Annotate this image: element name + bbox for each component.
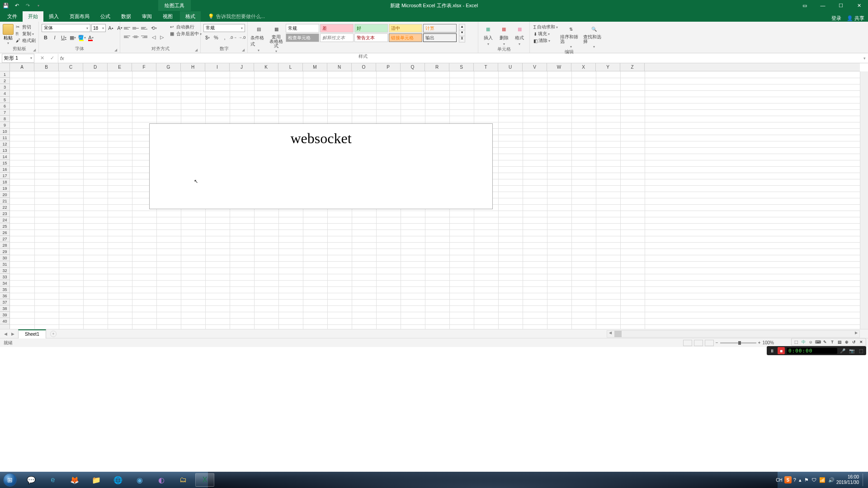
row-header[interactable]: 23 <box>0 211 9 217</box>
cancel-formula-button[interactable]: ✕ <box>37 54 47 63</box>
row-header[interactable]: 22 <box>0 204 9 211</box>
taskbar-app-excel[interactable]: X <box>195 473 214 487</box>
row-header[interactable]: 31 <box>0 261 9 267</box>
expand-formula-bar-button[interactable]: ▾ <box>861 56 868 61</box>
redo-icon[interactable]: ↷ <box>24 1 32 9</box>
column-header[interactable]: C <box>59 63 83 71</box>
column-header[interactable]: S <box>449 63 474 71</box>
row-header[interactable]: 30 <box>0 255 9 261</box>
tray-clock[interactable]: 16:00 2019/11/30 <box>836 474 861 485</box>
style-normal[interactable]: 常规 <box>286 24 319 33</box>
format-cells-button[interactable]: ▦格式▾ <box>512 24 527 46</box>
tab-review[interactable]: 审阅 <box>137 11 157 22</box>
column-header[interactable]: K <box>254 63 278 71</box>
row-header[interactable]: 2 <box>0 78 9 84</box>
cells-area[interactable]: websocket ↖ <box>10 71 860 329</box>
tab-format[interactable]: 格式 <box>180 11 201 22</box>
rec-tool-1[interactable]: ⬚ <box>793 339 799 345</box>
font-color-button[interactable]: A▾ <box>87 33 95 42</box>
taskbar-app-ie[interactable]: e <box>43 473 62 487</box>
row-header[interactable]: 38 <box>0 305 9 312</box>
autosum-button[interactable]: Σ自动求和▾ <box>533 24 559 30</box>
minimize-button[interactable]: — <box>814 0 832 11</box>
tab-file[interactable]: 文件 <box>2 11 23 22</box>
column-header[interactable]: N <box>327 63 352 71</box>
sheet-nav-prev[interactable]: ◀ <box>2 330 9 338</box>
taskbar-app-chrome[interactable]: 🌐 <box>108 473 127 487</box>
align-center-button[interactable] <box>132 33 140 41</box>
column-header[interactable]: E <box>108 63 132 71</box>
sort-filter-button[interactable]: ⇅排序和筛选▾ <box>560 24 582 49</box>
row-header[interactable]: 10 <box>0 128 9 135</box>
undo-icon[interactable]: ↶ <box>13 1 21 9</box>
tray-network-icon[interactable]: 📶 <box>819 477 826 483</box>
tab-view[interactable]: 视图 <box>157 11 178 22</box>
tab-home[interactable]: 开始 <box>23 11 43 22</box>
style-neutral[interactable]: 适中 <box>389 24 422 33</box>
row-header[interactable]: 16 <box>0 166 9 173</box>
tray-shield-icon[interactable]: 🛡 <box>811 477 816 483</box>
rec-tool-9[interactable]: ↺ <box>851 339 857 345</box>
style-explanatory[interactable]: 解释性文本 <box>320 33 354 42</box>
vertical-scrollbar[interactable] <box>860 71 868 329</box>
maximize-button[interactable]: ☐ <box>832 0 850 11</box>
rec-tool-8[interactable]: ⊕ <box>844 339 850 345</box>
row-header[interactable]: 34 <box>0 280 9 286</box>
row-header[interactable]: 6 <box>0 103 9 109</box>
style-bad[interactable]: 差 <box>320 24 354 33</box>
comma-style-button[interactable]: , <box>221 33 229 42</box>
row-header[interactable]: 7 <box>0 109 9 116</box>
column-header[interactable]: G <box>156 63 181 71</box>
row-header[interactable]: 21 <box>0 198 9 204</box>
horizontal-scrollbar[interactable]: ◀ ▶ <box>607 330 860 338</box>
close-button[interactable]: ✕ <box>850 0 868 11</box>
taskbar-app-firefox[interactable]: 🦊 <box>65 473 84 487</box>
column-header[interactable]: B <box>34 63 59 71</box>
recorder-pause-button[interactable]: ⏸ <box>769 347 776 354</box>
share-button[interactable]: 👤 共享 <box>847 15 864 22</box>
tab-data[interactable]: 数据 <box>116 11 137 22</box>
taskbar-app-generic[interactable]: ◉ <box>130 473 149 487</box>
column-header[interactable]: V <box>523 63 547 71</box>
row-header[interactable]: 37 <box>0 299 9 305</box>
column-header[interactable]: Z <box>620 63 645 71</box>
column-header[interactable]: F <box>132 63 156 71</box>
gallery-more-icon[interactable]: ⊻ <box>459 36 465 42</box>
column-header[interactable]: I <box>205 63 230 71</box>
scrollbar-thumb[interactable] <box>614 331 622 337</box>
decrease-decimal-button[interactable]: →.0 <box>238 33 246 42</box>
rec-tool-10[interactable]: ✕ <box>858 339 864 345</box>
rec-tool-5[interactable]: ✎ <box>822 339 828 345</box>
italic-button[interactable]: I <box>51 33 59 42</box>
recorder-region-icon[interactable]: ⬚ <box>857 347 864 354</box>
font-name-combo[interactable]: 宋体▾ <box>42 24 90 32</box>
row-header[interactable]: 13 <box>0 147 9 154</box>
decrease-indent-button[interactable]: ◁ <box>150 33 158 41</box>
row-header[interactable]: 18 <box>0 179 9 185</box>
column-header[interactable]: D <box>83 63 108 71</box>
ime-badge-icon[interactable]: S <box>784 476 792 483</box>
paste-button[interactable]: 粘贴 ▾ <box>3 24 14 45</box>
column-header[interactable]: W <box>547 63 571 71</box>
row-header[interactable]: 40 <box>0 318 9 324</box>
name-box[interactable]: 矩形 1▾ <box>2 54 34 63</box>
tab-page-layout[interactable]: 页面布局 <box>64 11 95 22</box>
tray-up-icon[interactable]: ▴ <box>799 477 802 483</box>
ime-indicator[interactable]: CH <box>776 478 782 483</box>
recorder-camera-icon[interactable]: 📷 <box>848 347 855 354</box>
style-warning[interactable]: 警告文本 <box>354 33 388 42</box>
orientation-button[interactable]: ⟲▾ <box>150 24 158 32</box>
row-header[interactable]: 24 <box>0 217 9 223</box>
gallery-up-icon[interactable]: ▴ <box>459 24 465 30</box>
tab-formulas[interactable]: 公式 <box>95 11 116 22</box>
column-header[interactable]: M <box>303 63 327 71</box>
save-icon[interactable]: 💾 <box>2 1 10 9</box>
rec-tool-6[interactable]: T <box>829 339 835 345</box>
number-dialog-launcher[interactable]: ◢ <box>242 48 246 52</box>
row-header[interactable]: 27 <box>0 236 9 242</box>
shape-text[interactable]: websocket <box>150 124 492 147</box>
row-header[interactable]: 32 <box>0 267 9 274</box>
zoom-value[interactable]: 100% <box>762 340 774 345</box>
tray-volume-icon[interactable]: 🔊 <box>828 477 835 483</box>
insert-cells-button[interactable]: ▦插入▾ <box>481 24 495 46</box>
